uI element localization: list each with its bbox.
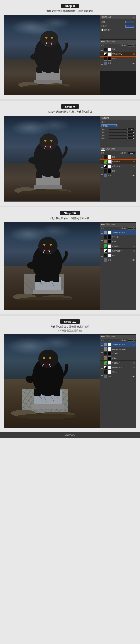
layer-thumb-bg <box>104 62 107 65</box>
color-select[interactable]: 中性色 红色 黄色 绿色 <box>102 124 118 128</box>
cyan-value[interactable]: +12 <box>128 128 135 130</box>
s9-mask2 <box>108 169 112 173</box>
step8-section: Step 8 添加亮度/对比度调整图层，创建剪切蒙版 <box>0 0 140 99</box>
step11-panels: 图层 通道 路径 正常 不透明度: 100% 👁 cracked <box>100 334 136 428</box>
step8-photo <box>4 15 100 95</box>
step11-section: Step 11 创建剪切蒙版，覆盖掉原来的石头 （可根据自己感觉调整） <box>0 316 140 432</box>
step9-section: Step 9 添加可选颜色调整图层，创建剪切蒙版 <box>0 100 140 206</box>
s9-layer-bc[interactable]: 👁 亮度/对比度 1 ↓ <box>100 164 136 169</box>
sc-header: 可选颜色 × <box>100 116 136 120</box>
svg-rect-33 <box>33 290 63 294</box>
step9-layers: 图层 通道 路径 正常 不透明度: 100% 👁 图层 1 <box>100 147 136 202</box>
s9-thumb-bc <box>104 164 107 168</box>
layer-thumb-2 <box>104 52 108 56</box>
selective-color-panel: 可选颜色 × 颜色： 中性色 红色 黄色 绿色 <box>100 116 136 147</box>
svg-rect-40 <box>35 276 41 282</box>
s10-layer1[interactable]: 👁 图层 1 <box>100 253 136 258</box>
auto-checkbox[interactable] <box>102 29 104 31</box>
layer-eye-4[interactable]: 👁 <box>101 62 103 64</box>
s9-thumb-bg <box>104 174 107 178</box>
color-select-row: 颜色： <box>101 121 135 124</box>
divider-1 <box>0 99 140 100</box>
s9-layer1[interactable]: 👁 图层 1 <box>100 155 136 160</box>
step10-panels: 图层 通道 路径 正常 不透明度: 100% 👁 cracked <box>100 222 136 310</box>
layer-row-bg[interactable]: 👁 背景 🔒 <box>100 61 136 66</box>
s9-eye-sc[interactable]: 👁 <box>101 160 103 163</box>
svg-point-3 <box>40 31 58 47</box>
step11-layers: 图层 通道 路径 正常 不透明度: 100% 👁 cracked <box>100 334 136 428</box>
layer-row-adjust[interactable]: 👁 亮度/对比度 1 ↓ <box>100 52 136 56</box>
s9-mask1 <box>108 155 112 159</box>
s11-layer-crack1[interactable]: 👁 cracked_wall_sdp... ↓ <box>100 342 136 347</box>
svg-rect-16 <box>34 185 62 190</box>
s9-eye-bg[interactable]: 👁 <box>101 174 103 177</box>
svg-rect-41 <box>53 276 59 282</box>
step9-panels: 可选颜色 × 颜色： 中性色 红色 黄色 绿色 <box>100 116 136 202</box>
svg-point-6 <box>45 37 47 38</box>
svg-point-60 <box>25 376 35 383</box>
layer-eye[interactable]: 👁 <box>101 48 103 50</box>
s9-mask-sc <box>108 160 112 164</box>
yellow-value[interactable]: 0 <box>128 134 135 136</box>
s10-layer-blend[interactable]: 👁 正片叠底 <box>100 235 136 240</box>
s11-layer-bc[interactable]: 👁 亮度/对比度 1 ↓ <box>100 365 136 370</box>
svg-rect-59 <box>53 389 60 396</box>
sc-body: 颜色： 中性色 红色 黄色 绿色 青色 <box>100 120 136 147</box>
layer-row-2[interactable]: 👁 图层 2 <box>100 56 136 61</box>
layer-mask-2 <box>108 52 112 56</box>
s9-eye2[interactable]: 👁 <box>101 170 103 172</box>
s11-layer-sc[interactable]: 👁 可选颜色 1 ↓ <box>100 360 136 365</box>
svg-point-7 <box>51 37 53 38</box>
s11-layer1[interactable]: 👁 图层 1 <box>100 370 136 374</box>
panel-body: 亮度： -30 对比度： -25 使用旧版 <box>100 20 136 39</box>
svg-point-39 <box>49 244 52 246</box>
step11-photo <box>4 334 100 428</box>
step9-layers-header: 图层 通道 路径 <box>100 147 136 152</box>
site-footer: UiBQ:COM <box>0 432 140 438</box>
s9-layer2[interactable]: 👁 图层 2 <box>100 169 136 174</box>
step10-desc: 打开裂纹墙素材，调整到下图位置 <box>4 216 136 220</box>
svg-point-18 <box>39 134 58 150</box>
svg-rect-24 <box>53 172 60 178</box>
yellow-row: 黄色 0 <box>101 134 135 136</box>
contrast-row: 对比度： -25 <box>101 24 135 28</box>
s11-layer-crack2[interactable]: 👁 cracked_wall_sdp... <box>100 347 136 352</box>
svg-point-25 <box>28 157 37 164</box>
brightness-value[interactable]: -30 <box>126 20 135 24</box>
s10-layer-bg[interactable]: 👁 背景 🔒 <box>100 258 136 262</box>
s11-layer-bg[interactable]: 👁 背景 🔒 <box>100 374 136 379</box>
black-value[interactable]: 0 <box>128 137 135 140</box>
brightness-row: 亮度： -30 <box>101 20 135 24</box>
s9-layer-bg[interactable]: 👁 背景 🔒 <box>100 174 136 178</box>
s10-layer-sc[interactable]: 👁 可选颜色 1 ↓ <box>100 244 136 248</box>
s9-layer-sc[interactable]: 👁 可选颜色 1 ↓ <box>100 160 136 164</box>
step8-desc: 添加亮度/对比度调整图层，创建剪切蒙版 <box>4 9 136 14</box>
divider-2 <box>0 206 140 207</box>
contrast-value[interactable]: -25 <box>126 25 135 28</box>
step10-section: Step 10 打开裂纹墙素材，调整到下图位置 <box>0 207 140 314</box>
s10-layer-crack[interactable]: 👁 cracked_wall_sdp... <box>100 230 136 235</box>
s9-eye1[interactable]: 👁 <box>101 156 103 158</box>
step8-header: Step 8 添加亮度/对比度调整图层，创建剪切蒙版 <box>4 4 136 14</box>
s11-layer-stone[interactable]: 👁 石头底 <box>100 356 136 360</box>
svg-point-13 <box>72 82 80 86</box>
step11-header: Step 11 创建剪切蒙版，覆盖掉原来的石头 （可根据自己感觉调整） <box>4 319 136 332</box>
layer-thumb-3 <box>104 57 107 60</box>
step10-image: 图层 通道 路径 正常 不透明度: 100% 👁 cracked <box>4 222 136 310</box>
s9-thumb-sc <box>104 160 108 164</box>
svg-point-21 <box>44 140 46 142</box>
s10-layer-stone[interactable]: 👁 石头底 <box>100 240 136 244</box>
svg-point-56 <box>43 357 45 359</box>
svg-point-10 <box>30 54 38 60</box>
s11-layer-blend[interactable]: 👁 正片叠底 <box>100 352 136 356</box>
s9-thumb2 <box>104 169 107 173</box>
layer-row-1[interactable]: 👁 图层 1 <box>100 47 136 52</box>
step8-title: Step 8 <box>61 4 79 8</box>
layer-mask <box>108 48 112 51</box>
layer-eye-3[interactable]: 👁 <box>101 58 103 60</box>
panel-header: 亮度/对比度 × <box>100 15 136 20</box>
s10-layer-bc[interactable]: 👁 亮度/对比度 1 ↓ <box>100 248 136 253</box>
magenta-value[interactable]: 0 <box>128 131 135 134</box>
layer-eye-2[interactable]: 👁 <box>101 53 103 56</box>
s9-eye-bc[interactable]: 👁 <box>101 165 103 168</box>
